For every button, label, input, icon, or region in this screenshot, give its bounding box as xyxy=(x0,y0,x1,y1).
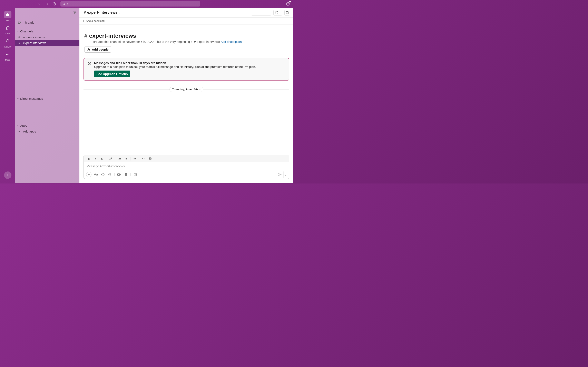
code-button[interactable] xyxy=(140,156,147,161)
codeblock-button[interactable] xyxy=(147,156,153,161)
rail-home[interactable]: Home xyxy=(2,10,13,23)
svg-point-3 xyxy=(6,54,7,55)
workspace-header[interactable] xyxy=(15,8,79,17)
code-icon xyxy=(142,157,145,160)
shortcuts-button[interactable] xyxy=(132,171,138,178)
message-composer: B I S Message #expert-int xyxy=(84,155,289,179)
threads-row[interactable]: Threads xyxy=(15,20,79,25)
date-divider: Thursday, June 15th ⌄ xyxy=(84,86,289,92)
more-icon xyxy=(6,52,10,57)
threads-icon xyxy=(18,21,21,24)
search-input[interactable]: : xyxy=(61,1,200,7)
message-input[interactable]: Message #expert-interviews xyxy=(84,162,289,170)
channel-announcements[interactable]: # announcements xyxy=(15,34,79,40)
codeblock-icon xyxy=(149,157,152,160)
svg-rect-14 xyxy=(118,174,120,175)
svg-point-13 xyxy=(102,173,104,176)
audio-button[interactable] xyxy=(123,171,129,178)
caret-down-icon: ▼ xyxy=(17,98,19,100)
blockquote-button[interactable] xyxy=(132,156,138,161)
dms-section-header[interactable]: ▼ Direct messages xyxy=(15,95,79,101)
huddle-button[interactable]: ⌄ xyxy=(273,10,282,16)
channel-header: # expert-interviews ⌄ ⌄ xyxy=(79,8,293,17)
plus-icon xyxy=(6,173,9,177)
caret-down-icon: ▼ xyxy=(17,30,19,33)
message-list: # expert-interviews created this channel… xyxy=(79,25,293,155)
topbar-nav xyxy=(2,1,59,6)
info-icon xyxy=(87,62,91,65)
hero-created-text: created this channel on November 5th, 20… xyxy=(93,40,221,43)
banner-title: Messages and files older than 90 days ar… xyxy=(94,61,256,65)
nav-back-button[interactable] xyxy=(37,1,42,6)
rail-dms[interactable]: DMs xyxy=(2,23,13,36)
rail-label: Home xyxy=(5,19,11,21)
see-upgrade-options-button[interactable]: See Upgrade Options xyxy=(94,71,130,77)
chevron-down-icon: ⌄ xyxy=(199,88,201,91)
channel-title-button[interactable]: # expert-interviews ⌄ xyxy=(83,10,122,15)
quote-icon xyxy=(133,157,136,160)
add-apps-label: Add apps xyxy=(23,130,36,133)
attach-button[interactable]: + xyxy=(86,172,91,177)
main-panel: # expert-interviews ⌄ ⌄ + Add xyxy=(79,8,293,183)
channels-section-header[interactable]: ▼ Channels xyxy=(15,28,79,34)
app-rail: Home DMs Activity More xyxy=(1,8,15,183)
nav-forward-button[interactable] xyxy=(44,1,49,6)
bullet-list-button[interactable] xyxy=(123,156,129,161)
help-button[interactable] xyxy=(285,1,290,6)
add-people-label: Add people xyxy=(92,48,109,51)
dms-icon xyxy=(6,26,10,30)
send-button[interactable] xyxy=(277,171,283,178)
rail-label: DMs xyxy=(6,32,10,35)
rail-activity[interactable]: Activity xyxy=(2,36,13,49)
video-button[interactable] xyxy=(116,171,122,178)
topbar: : xyxy=(0,0,294,8)
date-pill-button[interactable]: Thursday, June 15th ⌄ xyxy=(169,87,203,92)
emoji-button[interactable] xyxy=(100,171,106,178)
dms-header-label: Direct messages xyxy=(20,97,43,100)
hero-channel-name: expert-interviews xyxy=(89,33,136,39)
channel-name: expert-interviews xyxy=(23,41,46,45)
compose-button[interactable] xyxy=(4,171,11,179)
channel-expert-interviews[interactable]: # expert-interviews xyxy=(15,40,79,46)
apps-header-label: Apps xyxy=(20,124,27,127)
filter-button[interactable] xyxy=(73,11,77,15)
send-options-button[interactable]: ⌄ xyxy=(283,171,287,178)
history-button[interactable] xyxy=(52,1,57,6)
search-icon xyxy=(62,2,66,6)
composer-area: B I S Message #expert-int xyxy=(79,155,293,183)
hash-icon: # xyxy=(84,10,86,15)
bookmarks-bar: + Add a bookmark xyxy=(79,17,293,25)
channel-hero: # expert-interviews created this channel… xyxy=(84,31,289,57)
bell-icon xyxy=(6,39,10,43)
rail-label: Activity xyxy=(4,45,11,48)
add-people-button[interactable]: Add people xyxy=(84,46,111,53)
canvas-button[interactable] xyxy=(285,10,290,16)
add-apps-row[interactable]: + Add apps xyxy=(15,128,79,134)
threads-label: Threads xyxy=(23,21,34,24)
banner-body: Upgrade to a paid plan to unlock your te… xyxy=(94,65,256,68)
filter-icon xyxy=(73,11,77,15)
ordered-list-button[interactable] xyxy=(116,156,122,161)
slash-icon xyxy=(133,173,137,176)
members-button[interactable] xyxy=(251,10,271,16)
italic-button[interactable]: I xyxy=(92,156,98,161)
video-icon xyxy=(117,173,121,176)
date-label: Thursday, June 15th xyxy=(172,88,198,91)
strikethrough-button[interactable]: S xyxy=(99,156,105,161)
add-person-icon xyxy=(87,48,90,51)
format-toolbar: B I S xyxy=(84,155,289,162)
formatting-toggle-button[interactable]: Aa xyxy=(93,171,99,178)
apps-section-header[interactable]: ▼ Apps xyxy=(15,122,79,128)
mention-button[interactable]: @ xyxy=(107,171,113,178)
emoji-icon xyxy=(101,173,105,176)
rail-more[interactable]: More xyxy=(2,50,13,62)
composer-toolbar: + Aa @ ⌄ xyxy=(84,170,289,179)
bold-button[interactable]: B xyxy=(86,156,92,161)
add-description-link[interactable]: Add description xyxy=(221,40,242,43)
arrow-left-icon xyxy=(38,2,42,6)
add-bookmark-button[interactable]: Add a bookmark xyxy=(86,19,105,22)
plus-icon: + xyxy=(18,130,21,133)
chevron-down-icon: ⌄ xyxy=(279,11,281,14)
svg-point-11 xyxy=(125,159,125,159)
link-button[interactable] xyxy=(108,156,114,161)
